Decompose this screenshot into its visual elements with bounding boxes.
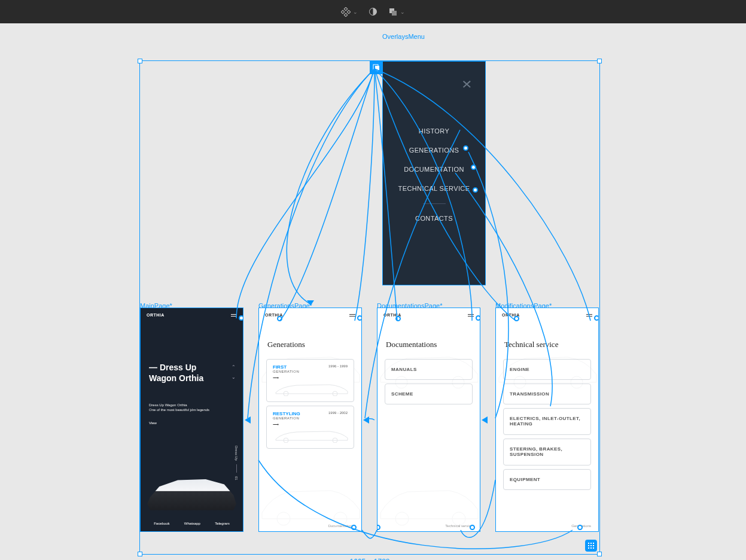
chevron-down-icon: ⌄ — [232, 375, 236, 380]
prototype-link-dot[interactable] — [594, 315, 599, 321]
svg-rect-1 — [341, 10, 345, 14]
menu-item-history[interactable]: HISTORY — [419, 121, 449, 141]
contrast-tool[interactable] — [369, 7, 377, 16]
artboard-header: ORTHIA — [496, 308, 598, 322]
hamburger-icon[interactable] — [586, 314, 592, 316]
diamond-grid-icon — [341, 7, 351, 17]
prototype-link-dot[interactable] — [395, 316, 401, 321]
main-page-frame[interactable]: ORTHIA — Dress UpWagon Orthia Dress Up W… — [140, 308, 243, 532]
chevron-down-icon: ⌄ — [353, 9, 358, 15]
artboard-header: ORTHIA — [377, 308, 480, 322]
hero-subtitle: Dress Up Wagon Orthia One of the most be… — [149, 403, 235, 413]
tech-card-steering[interactable]: STEERING, BRAKES, SUSPENSION — [503, 439, 591, 465]
hamburger-icon[interactable] — [468, 314, 474, 316]
resize-handle-bl[interactable] — [138, 552, 142, 556]
tech-card-equipment[interactable]: EQUIPMENT — [503, 469, 591, 490]
selection-dimensions: 1665 × 1788 — [349, 558, 389, 560]
prototype-link-dot[interactable] — [357, 315, 362, 321]
chevron-down-icon: ⌄ — [400, 9, 405, 15]
resize-handle-br[interactable] — [597, 552, 602, 556]
menu-item-technical[interactable]: TECHNICAL SERVICE — [398, 179, 470, 199]
card-subtitle: GENERATION — [273, 370, 348, 373]
logo: ORTHIA — [147, 313, 165, 317]
card-years: 1996 - 1999 — [328, 364, 348, 368]
card-years: 1999 - 2002 — [328, 411, 348, 415]
prototype-link-dot[interactable] — [277, 316, 282, 321]
menu-item-contacts[interactable]: CONTACTS — [415, 209, 453, 228]
overlays-menu-frame[interactable]: ✕ HISTORY GENERATIONS DOCUMENTATION TECH… — [382, 61, 486, 285]
svg-rect-3 — [344, 13, 348, 17]
generation-card-restyling[interactable]: RESTYLING GENERATION 1999 - 2002 ⟶ — [266, 406, 354, 449]
prototype-link-dot[interactable] — [239, 315, 243, 321]
svg-rect-6 — [392, 11, 397, 16]
svg-rect-15 — [588, 547, 589, 549]
generation-card-first[interactable]: FIRST GENERATION 1996 - 1999 ⟶ — [266, 359, 354, 402]
card-subtitle: GENERATION — [273, 416, 348, 420]
social-telegram[interactable]: Telegram — [215, 522, 230, 525]
layout-grid-badge[interactable] — [585, 540, 597, 552]
arrow-right-icon: ⟶ — [273, 376, 348, 381]
tech-card-electrics[interactable]: ELECTRICS, INLET-OUTLET, HEATING — [503, 408, 591, 435]
frame-label-overlaysmenu[interactable]: OverlaysMenu — [382, 33, 425, 40]
hamburger-icon[interactable] — [349, 314, 355, 316]
overlap-squares-icon — [388, 7, 398, 17]
components-tool[interactable]: ⌄ — [341, 7, 358, 17]
chevron-up-icon: ⌃ — [232, 364, 236, 370]
artboard-header: ORTHIA — [259, 308, 361, 322]
menu-item-documentation[interactable]: DOCUMENTATION — [404, 160, 464, 179]
svg-rect-13 — [590, 545, 592, 546]
background-car-outline — [377, 474, 480, 528]
prototype-link-dot[interactable] — [470, 525, 475, 530]
footer-nav[interactable]: Documentations — [328, 524, 354, 528]
svg-rect-12 — [588, 545, 589, 546]
svg-rect-17 — [593, 547, 594, 549]
documentations-page-frame[interactable]: ORTHIA Documentations MANUALS SCHEME Tec… — [377, 308, 480, 532]
social-whatsapp[interactable]: Whatsapp — [184, 522, 200, 525]
grid-icon — [587, 542, 595, 549]
card-car-outline — [273, 428, 351, 443]
close-icon[interactable]: ✕ — [461, 78, 472, 92]
scroll-chevrons[interactable]: ⌃⌄ — [232, 364, 236, 380]
frame-type-badge[interactable] — [370, 61, 383, 74]
resize-handle-tl[interactable] — [138, 59, 142, 63]
svg-rect-16 — [590, 547, 592, 549]
menu-divider — [423, 203, 446, 204]
resize-handle-tr[interactable] — [597, 59, 602, 63]
svg-marker-18 — [245, 416, 251, 424]
generations-page-frame[interactable]: ORTHIA Generations FIRST GENERATION 1996… — [258, 308, 362, 532]
prototype-link-dot[interactable] — [473, 187, 478, 193]
social-facebook[interactable]: Facebook — [154, 522, 169, 525]
svg-marker-19 — [363, 416, 369, 424]
footer-nav[interactable]: Technical service — [445, 524, 473, 528]
svg-rect-9 — [588, 543, 589, 544]
background-car-outline — [377, 342, 480, 389]
car-image — [145, 471, 238, 515]
menu-items: HISTORY GENERATIONS DOCUMENTATION TECHNI… — [383, 121, 485, 228]
svg-rect-8 — [375, 66, 379, 70]
prototype-link-dot[interactable] — [471, 165, 476, 170]
svg-rect-2 — [347, 10, 351, 14]
prototype-link-dot[interactable] — [351, 525, 357, 530]
modifications-page-frame[interactable]: ORTHIA Technical service ENGINE TRANSMIS… — [495, 308, 599, 532]
hamburger-icon[interactable] — [231, 314, 237, 316]
hero-title: — Dress UpWagon Orthia — [149, 363, 235, 384]
side-indicator: Dress Up01 — [235, 446, 238, 480]
background-car-outline — [496, 342, 599, 389]
prototype-link-dot[interactable] — [463, 145, 468, 151]
top-toolbar: ⌄ ⌄ — [0, 0, 746, 23]
svg-rect-11 — [593, 543, 594, 544]
prototype-link-dot[interactable] — [476, 315, 480, 321]
layers-tool[interactable]: ⌄ — [388, 7, 405, 17]
half-circle-icon — [369, 7, 377, 16]
menu-item-generations[interactable]: GENERATIONS — [409, 141, 459, 160]
svg-rect-14 — [593, 545, 594, 546]
background-car-outline — [259, 474, 362, 528]
view-link[interactable]: View — [149, 421, 235, 425]
svg-rect-10 — [590, 543, 592, 544]
prototype-link-dot[interactable] — [514, 316, 519, 321]
design-canvas[interactable]: OverlaysMenu MainPage* GenerationsPage* … — [0, 23, 746, 560]
artboard-header: ORTHIA — [141, 308, 243, 322]
prototype-link-dot[interactable] — [577, 525, 583, 530]
hero-section: — Dress UpWagon Orthia Dress Up Wagon Or… — [141, 322, 243, 431]
prototype-link-dot[interactable] — [377, 525, 380, 530]
